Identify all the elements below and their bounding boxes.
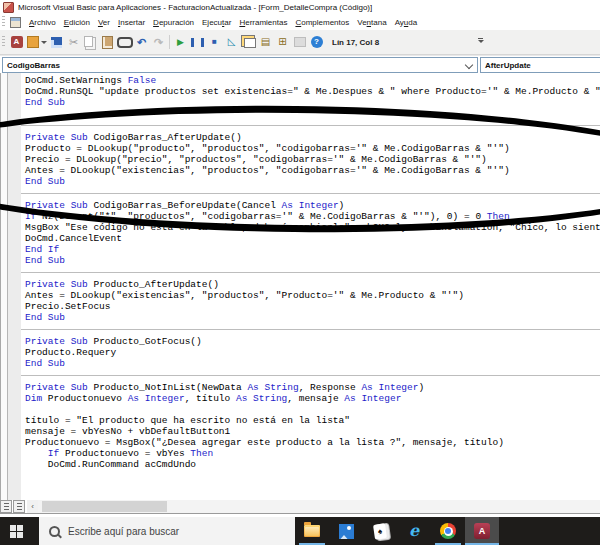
toolbox-icon[interactable] bbox=[291, 34, 308, 51]
design-mode-icon[interactable]: ◺ bbox=[223, 34, 240, 51]
window-title: Microsoft Visual Basic para Aplicaciones… bbox=[18, 3, 372, 12]
code-line[interactable]: DoCmd.RunCommand acCmdUndo bbox=[21, 459, 600, 470]
menu-item-herramientas[interactable]: Herramientas bbox=[235, 16, 291, 29]
save-icon[interactable] bbox=[48, 34, 65, 51]
toolbar: A✂↶↷▶■◺▤⊞? Lín 17, Col 8 bbox=[0, 30, 600, 55]
code-line[interactable]: DoCmd.CancelEvent bbox=[21, 233, 600, 244]
menu-item-ejecutar[interactable]: Ejecutar bbox=[198, 16, 235, 29]
file-explorer-icon bbox=[304, 525, 320, 537]
code-line[interactable]: Precio.SetFocus bbox=[21, 301, 600, 312]
paste-icon[interactable] bbox=[99, 34, 116, 51]
code-line[interactable]: End Sub bbox=[21, 176, 600, 187]
full-module-view-button[interactable] bbox=[13, 500, 25, 513]
taskbar-item-photos[interactable] bbox=[329, 517, 363, 545]
code-line[interactable]: Dim Productonuevo As Integer, título As … bbox=[21, 393, 600, 404]
object-combo-value: CodigoBarras bbox=[7, 61, 60, 70]
insert-object-icon[interactable] bbox=[25, 34, 48, 51]
code-line[interactable]: End Sub bbox=[21, 97, 600, 108]
redo-icon[interactable]: ↷ bbox=[150, 34, 167, 51]
code-line[interactable]: DoCmd.RunSQL "update productos set exist… bbox=[21, 86, 600, 97]
horizontal-scroll-row: ‹ bbox=[0, 500, 600, 514]
properties-window-icon[interactable]: ▤ bbox=[257, 34, 274, 51]
code-line[interactable]: título = "El producto que ha escrito no … bbox=[21, 415, 600, 426]
copy-icon[interactable] bbox=[82, 34, 99, 51]
title-bar: Microsoft Visual Basic para Aplicaciones… bbox=[0, 0, 600, 14]
code-line[interactable]: Private Sub Producto_NotInList(NewData A… bbox=[21, 382, 600, 393]
project-explorer-icon[interactable] bbox=[240, 34, 257, 51]
code-line[interactable]: MsgBox "Ese código no está en la tabla, … bbox=[21, 222, 600, 233]
code-line[interactable]: mensaje = vbYesNo + vbDefaultButton1 bbox=[21, 426, 600, 437]
scrollbar-thumb[interactable] bbox=[42, 501, 167, 512]
code-line[interactable] bbox=[21, 108, 600, 119]
view-access-icon[interactable]: A bbox=[8, 34, 25, 51]
menu-item-ver[interactable]: Ver bbox=[94, 16, 114, 29]
taskbar-item-internet-explorer[interactable]: e bbox=[397, 517, 431, 545]
caret-position-status: Lín 17, Col 8 bbox=[332, 38, 379, 47]
windows-taskbar: Escribe aquí para buscar ♠eA bbox=[0, 517, 600, 545]
undo-icon[interactable]: ↶ bbox=[133, 34, 150, 51]
code-line[interactable]: Private Sub Producto_GotFocus() bbox=[21, 336, 600, 347]
procedure-combo[interactable]: AfterUpdate bbox=[480, 57, 600, 73]
menu-grip[interactable] bbox=[2, 16, 5, 28]
child-window-icon[interactable] bbox=[10, 17, 21, 28]
horizontal-scrollbar[interactable] bbox=[38, 500, 600, 513]
margin-indicator-bar[interactable] bbox=[8, 73, 21, 500]
taskbar-search[interactable]: Escribe aquí para buscar bbox=[39, 517, 295, 545]
code-line[interactable]: Precio = DLookup("precio", "productos", … bbox=[21, 154, 600, 165]
code-line[interactable] bbox=[21, 404, 600, 415]
vba-editor-window: Microsoft Visual Basic para Aplicaciones… bbox=[0, 0, 600, 545]
procedure-divider bbox=[21, 187, 600, 200]
code-line[interactable]: End Sub bbox=[21, 255, 600, 266]
menu-item-complementos[interactable]: Complementos bbox=[291, 16, 353, 29]
toolbar-overflow-button[interactable] bbox=[476, 34, 485, 49]
code-line[interactable]: Producto.Requery bbox=[21, 347, 600, 358]
taskbar-item-chrome[interactable] bbox=[431, 517, 465, 545]
solitaire-icon: ♠ bbox=[373, 523, 387, 540]
object-browser-icon[interactable]: ⊞ bbox=[274, 34, 291, 51]
menu-item-archivo[interactable]: Archivo bbox=[25, 16, 60, 29]
start-button[interactable] bbox=[0, 517, 39, 545]
cut-icon[interactable]: ✂ bbox=[65, 34, 82, 51]
internet-explorer-icon: e bbox=[409, 523, 419, 539]
code-line[interactable]: Productonuevo = MsgBox("¿Desea agregar e… bbox=[21, 437, 600, 448]
object-combo[interactable]: CodigoBarras bbox=[2, 57, 478, 73]
search-icon bbox=[49, 526, 60, 537]
code-line[interactable]: End If bbox=[21, 244, 600, 255]
taskbar-item-access[interactable]: A bbox=[465, 517, 499, 545]
scroll-left-icon[interactable]: ‹ bbox=[27, 500, 38, 513]
code-line[interactable]: Private Sub CodigoBarras_AfterUpdate() bbox=[21, 132, 600, 143]
search-placeholder: Escribe aquí para buscar bbox=[68, 526, 179, 537]
menu-bar: ArchivoEdiciónVerInsertarDepuraciónEjecu… bbox=[0, 14, 600, 30]
code-line[interactable]: If Productonuevo = vbYes Then bbox=[21, 448, 600, 459]
menu-item-depuración[interactable]: Depuración bbox=[149, 16, 198, 29]
code-line[interactable]: If Nz(DCount("*", "productos", "codigoba… bbox=[21, 211, 600, 222]
procedure-divider bbox=[21, 323, 600, 336]
find-icon[interactable] bbox=[116, 34, 133, 51]
code-line[interactable]: Private Sub Producto_AfterUpdate() bbox=[21, 279, 600, 290]
menu-item-ventana[interactable]: Ventana bbox=[353, 16, 390, 29]
taskbar-item-file-explorer[interactable] bbox=[295, 517, 329, 545]
code-line[interactable]: Antes = DLookup("existencias", "producto… bbox=[21, 165, 600, 176]
menu-item-insertar[interactable]: Insertar bbox=[114, 16, 149, 29]
code-line[interactable]: Private Sub CodigoBarras_BeforeUpdate(Ca… bbox=[21, 200, 600, 211]
reset-icon[interactable]: ■ bbox=[206, 34, 223, 51]
menu-item-edición[interactable]: Edición bbox=[60, 16, 94, 29]
code-line[interactable]: DoCmd.SetWarnings False bbox=[21, 75, 600, 86]
taskbar-item-solitaire[interactable]: ♠ bbox=[363, 517, 397, 545]
procedure-combo-value: AfterUpdate bbox=[485, 61, 531, 70]
procedure-view-button[interactable] bbox=[0, 500, 12, 513]
windows-logo-icon bbox=[10, 525, 16, 531]
code-line[interactable]: End Sub bbox=[21, 358, 600, 369]
run-icon[interactable]: ▶ bbox=[172, 34, 189, 51]
code-line[interactable]: End Sub bbox=[21, 312, 600, 323]
code-line[interactable]: Producto = DLookup("producto", "producto… bbox=[21, 143, 600, 154]
code-window-header: CodigoBarras AfterUpdate bbox=[0, 55, 600, 75]
help-icon[interactable]: ? bbox=[308, 34, 325, 51]
toolbar-grip[interactable] bbox=[2, 36, 5, 48]
chrome-icon bbox=[440, 523, 456, 539]
chevron-down-icon bbox=[465, 61, 473, 69]
break-icon[interactable] bbox=[189, 34, 206, 51]
menu-item-ayuda[interactable]: Ayuda bbox=[391, 16, 422, 29]
code-line[interactable]: Antes = DLookup("existencias", "producto… bbox=[21, 290, 600, 301]
code-area[interactable]: DoCmd.SetWarnings FalseDoCmd.RunSQL "upd… bbox=[21, 75, 600, 500]
